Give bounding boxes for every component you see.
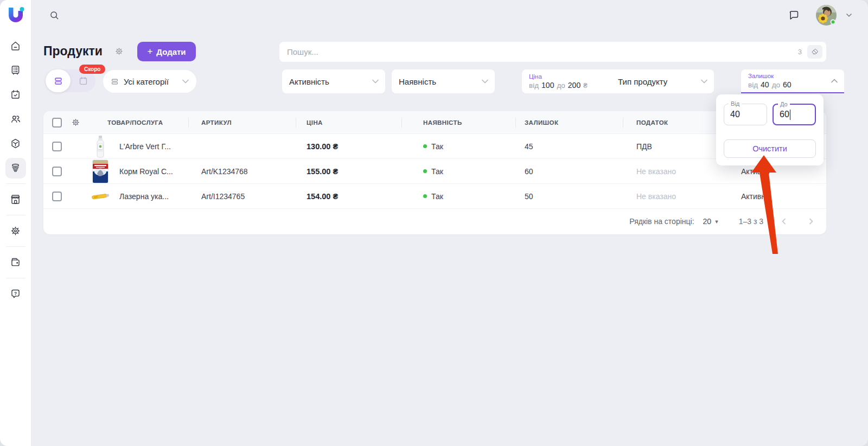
product-thumbnail <box>91 184 110 208</box>
row-checkbox[interactable] <box>52 192 62 201</box>
sidebar-divider <box>6 246 25 247</box>
app-logo <box>6 5 25 25</box>
stock-from-field[interactable]: Від 40 <box>724 104 767 125</box>
filter-price[interactable]: Ціна від100 до200 ₴ <box>522 69 625 93</box>
header-availability: НАЯВНІСТЬ <box>401 119 515 126</box>
table-row[interactable]: L'Arbre Vert Г... 130.00 ₴ Так 45 ПДВ <box>43 134 826 159</box>
stock-from-value: 40 <box>730 110 740 119</box>
page-settings-button[interactable] <box>114 47 124 58</box>
sidebar-item-settings[interactable] <box>5 221 26 241</box>
text-cursor <box>790 110 791 120</box>
availability-value: Так <box>431 142 443 151</box>
list-view-toggle[interactable] <box>46 69 71 92</box>
clear-stock-filter-button[interactable]: Очистити <box>724 139 816 158</box>
sidebar-item-wallet[interactable] <box>5 252 26 273</box>
list-rows-icon <box>53 76 63 86</box>
chat-bubble-icon <box>788 10 800 21</box>
previous-page-button[interactable] <box>777 215 790 228</box>
rows-per-page-select[interactable]: 20 ▾ <box>703 217 718 226</box>
sidebar-divider <box>6 183 25 184</box>
search-icon <box>49 10 60 21</box>
global-search-button[interactable] <box>49 10 60 21</box>
stock-from-label: Від <box>729 100 742 107</box>
header-stock: ЗАЛИШОК <box>515 119 623 126</box>
sidebar-item-clients[interactable] <box>5 109 26 130</box>
rows-per-page-value: 20 <box>703 217 712 226</box>
wallet-icon <box>10 257 21 268</box>
sidebar-item-calendar[interactable] <box>5 85 26 105</box>
filter-stock[interactable]: Залишок від40 до60 <box>741 69 844 93</box>
stock-to-field[interactable]: До 60 <box>773 104 816 125</box>
gear-icon <box>114 47 124 56</box>
availability-dot <box>423 144 427 148</box>
sidebar-item-inventory[interactable] <box>5 133 26 154</box>
category-filter[interactable]: Усі категорії <box>103 70 196 93</box>
table-pagination: Рядків на сторінці: 20 ▾ 1–3 з 3 <box>43 209 826 234</box>
filter-activity[interactable]: Активність <box>282 69 385 93</box>
search-bar: 3 <box>279 42 826 62</box>
company-board-icon <box>10 65 21 76</box>
filter-activity-label: Активність <box>289 77 329 86</box>
category-filter-label: Усі категорії <box>124 77 169 86</box>
filter-price-values: від100 до200 ₴ <box>529 81 588 90</box>
filter-availability-label: Наявність <box>399 77 436 86</box>
sidebar-item-support[interactable]: ? <box>5 284 26 304</box>
product-stock: 45 <box>515 142 623 151</box>
search-input[interactable] <box>287 47 798 56</box>
next-page-button[interactable] <box>805 215 818 228</box>
storefront-icon <box>10 194 21 205</box>
box-hexagon-icon <box>10 138 21 149</box>
sidebar-item-products[interactable] <box>5 158 26 179</box>
user-menu-toggle[interactable] <box>845 11 853 19</box>
select-all-checkbox[interactable] <box>52 118 62 128</box>
product-price: 130.00 ₴ <box>296 142 401 151</box>
product-stock: 50 <box>515 192 623 201</box>
app-window: ? <box>0 0 868 446</box>
product-name: Корм Royal C... <box>119 167 173 176</box>
help-chat-icon: ? <box>10 288 21 300</box>
filter-product-type-label: Тип продукту <box>618 77 667 86</box>
topbar-right <box>788 5 853 26</box>
sidebar-item-store[interactable] <box>5 189 26 210</box>
sidebar-item-company[interactable] <box>5 60 26 81</box>
chat-button[interactable] <box>788 10 800 21</box>
product-price: 155.00 ₴ <box>296 167 401 176</box>
svg-text:?: ? <box>14 291 17 296</box>
pagination-range: 1–3 з 3 <box>739 217 763 226</box>
header-tax: ПОДАТОК <box>623 119 722 126</box>
sidebar: ? <box>0 0 31 446</box>
column-divider <box>623 118 623 128</box>
clear-filters-button[interactable] <box>807 45 822 59</box>
chevron-down-icon <box>482 79 488 84</box>
product-tax: ПДВ <box>623 142 722 151</box>
table-row[interactable]: Лазерна ука... Art/I1234765 154.00 ₴ Так… <box>43 184 826 209</box>
filter-product-type[interactable]: Тип продукту <box>611 69 714 93</box>
chevron-right-icon <box>807 218 815 225</box>
row-checkbox[interactable] <box>52 142 62 151</box>
product-thumbnail <box>91 160 110 183</box>
product-tax: Не вказано <box>623 192 722 201</box>
column-settings-button[interactable] <box>71 118 80 127</box>
product-name: L'Arbre Vert Г... <box>119 142 171 151</box>
table-row[interactable]: Корм Royal C... Art/K1234768 155.00 ₴ Та… <box>43 159 826 184</box>
calendar-check-icon <box>10 89 21 100</box>
chevron-down-icon <box>182 79 189 84</box>
chevron-down-icon <box>372 79 379 84</box>
row-checkbox[interactable] <box>52 167 62 176</box>
user-avatar[interactable] <box>816 5 837 26</box>
add-product-button[interactable]: + Додати <box>137 42 196 61</box>
products-table: ТОВАР/ПОСЛУГА АРТИКУЛ ЦІНА НАЯВНІСТЬ ЗАЛ… <box>43 111 826 234</box>
dropdown-triangle-icon: ▾ <box>715 218 718 225</box>
page-title: Продукти <box>43 44 103 59</box>
chevron-down-icon <box>701 79 707 84</box>
filter-price-label: Ціна <box>529 74 542 80</box>
product-sku: Art/K1234768 <box>188 167 296 176</box>
laser-pointer-image <box>91 190 110 202</box>
stock-to-label: До <box>778 101 790 108</box>
sidebar-item-home[interactable] <box>5 36 26 56</box>
topbar <box>31 0 868 30</box>
header-product: ТОВАР/ПОСЛУГА <box>107 119 163 126</box>
stock-to-value: 60 <box>780 110 789 119</box>
product-tax: Не вказано <box>623 167 722 176</box>
filter-availability[interactable]: Наявність <box>392 69 495 93</box>
